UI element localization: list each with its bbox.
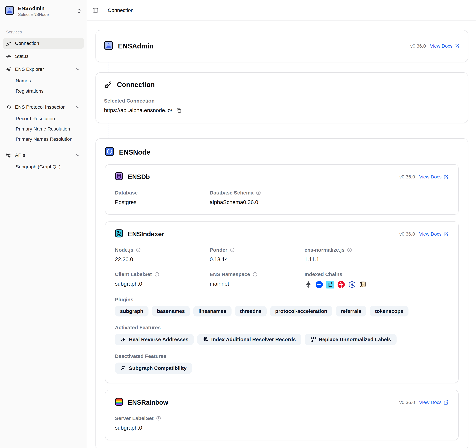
feature-pill-heal-reverse-addresses: Heal Reverse Addresses: [115, 334, 194, 345]
external-link-icon: [444, 400, 449, 405]
sidebar-item-ens-explorer[interactable]: ENS Explorer: [3, 64, 84, 75]
plugins-label: Plugins: [115, 297, 449, 303]
field-label: Client LabelSet: [115, 271, 210, 277]
info-icon[interactable]: [230, 247, 235, 253]
info-icon[interactable]: [253, 272, 258, 277]
copy-icon: [176, 108, 182, 113]
view-docs-link[interactable]: View Docs: [419, 400, 449, 405]
info-icon[interactable]: [154, 272, 159, 277]
connection-card-body: Selected Connection https://api.alpha.en…: [104, 98, 460, 114]
view-docs-label: View Docs: [430, 43, 453, 49]
plugin-pill: referrals: [336, 306, 366, 316]
sidebar: ENSAdmin Select ENSNode Services Connect…: [0, 0, 87, 448]
sidebar-item-registrations[interactable]: Registrations: [10, 86, 84, 96]
ensindexer-logo-icon: [115, 229, 123, 239]
deactivated-features-label: Deactivated Features: [115, 353, 449, 359]
sidebar-item-subgraph-graphql[interactable]: Subgraph (GraphQL): [10, 162, 84, 172]
ensnode-switcher[interactable]: ENSAdmin Select ENSNode: [3, 3, 84, 19]
card-title: ENSRainbow: [128, 399, 168, 406]
sidebar-item-record-resolution[interactable]: Record Resolution: [10, 114, 84, 124]
plugin-pill: basenames: [152, 306, 190, 316]
ensdb-card: ENSDb v0.36.0 View Docs Database P: [105, 164, 459, 215]
ensdb-fields: Database Postgres Database Schema alphaS…: [115, 190, 449, 205]
view-docs-link[interactable]: View Docs: [419, 231, 449, 237]
page: ENSAdmin Select ENSNode Services Connect…: [0, 0, 476, 448]
activity-icon: [6, 54, 11, 59]
plugin-pill: threedns: [235, 306, 267, 316]
sidebar-item-connection[interactable]: Connection: [3, 38, 84, 49]
ensrainbow-card-titlerow: ENSRainbow v0.36.0 View Docs: [115, 398, 449, 407]
field-label-text: Ponder: [210, 247, 227, 253]
ensnode-card: ENSNode: [96, 138, 468, 448]
feature-pill-label: Index Additional Resolver Records: [211, 337, 296, 342]
arbitrum-chain-icon: [348, 281, 356, 288]
chevrons-up-down-icon[interactable]: [76, 8, 82, 14]
base-chain-icon: [315, 281, 323, 288]
field-value: subgraph:0: [115, 425, 210, 431]
topbar: Connection: [87, 0, 476, 21]
field-label: Ponder: [210, 247, 305, 253]
content: ENSAdmin v0.36.0 View Docs Conne: [87, 21, 476, 448]
chevron-down-icon[interactable]: [75, 153, 80, 158]
sidebar-item-label: ENS Protocol Inspector: [15, 104, 65, 110]
ensindexer-fields-row2: Client LabelSet subgraph:0 ENS Namespace…: [115, 271, 449, 288]
connection-card-titlerow: Connection: [104, 80, 460, 89]
chevron-down-icon[interactable]: [75, 67, 80, 72]
ensadmin-card: ENSAdmin v0.36.0 View Docs: [96, 30, 468, 62]
deactivated-features-section: Deactivated Features Subgraph Compatibil…: [115, 353, 449, 374]
plugin-pill: lineanames: [193, 306, 231, 316]
field-database-schema: Database Schema alphaSchema0.36.0: [210, 190, 305, 205]
external-link-icon: [454, 44, 460, 49]
sidebar-item-primary-name-resolution[interactable]: Primary Name Resolution: [10, 124, 84, 134]
sidebar-item-apis[interactable]: APIs: [3, 150, 84, 161]
copy-url-button[interactable]: [176, 108, 182, 113]
field-value: 1.11.1: [305, 256, 449, 263]
field-label: Node.js: [115, 247, 210, 253]
selected-connection-label: Selected Connection: [104, 98, 460, 104]
replace-icon: [310, 337, 316, 342]
field-value: 0.13.14: [210, 256, 305, 263]
field-label-text: Node.js: [115, 247, 133, 253]
ensdb-logo-icon: [115, 172, 123, 182]
plugin-pill: tokenscope: [370, 306, 408, 316]
sidebar-item-status[interactable]: Status: [3, 51, 84, 62]
sidebar-item-primary-names-resolution[interactable]: Primary Names Resolution: [10, 134, 84, 144]
radio-tower-icon: [6, 153, 11, 158]
ensadmin-card-titlerow: ENSAdmin: [104, 41, 153, 51]
field-label-text: Server LabelSet: [115, 415, 154, 421]
chevron-down-icon[interactable]: [75, 104, 80, 110]
sidebar-item-label: APIs: [15, 153, 25, 158]
app-subtitle: Select ENSNode: [18, 12, 49, 17]
connection-card: Connection Selected Connection https://a…: [96, 72, 468, 123]
plugin-pill: subgraph: [115, 306, 148, 316]
sidebar-group-apis: APIs Subgraph (GraphQL): [3, 150, 84, 175]
ensrainbow-card-meta: v0.36.0 View Docs: [399, 400, 449, 405]
external-link-icon: [444, 174, 449, 179]
plugin-pill: protocol-acceleration: [270, 306, 332, 316]
sidebar-item-label: Connection: [15, 40, 39, 46]
field-server-labelset: Server LabelSet subgraph:0: [115, 415, 210, 431]
sidebar-sublist-explorer: Names Registrations: [10, 76, 84, 96]
view-docs-link[interactable]: View Docs: [430, 43, 460, 49]
card-title: ENSAdmin: [118, 42, 153, 50]
field-nodejs: Node.js 22.20.0: [115, 247, 210, 263]
selected-connection-value: https://api.alpha.ensnode.io/: [104, 107, 460, 114]
sidebar-item-names[interactable]: Names: [10, 76, 84, 86]
app-window: ENSAdmin Select ENSNode Services Connect…: [0, 0, 476, 448]
sidebar-toggle-button[interactable]: [92, 7, 99, 13]
sidebar-section-label: Services: [3, 30, 84, 34]
view-docs-label: View Docs: [419, 400, 442, 405]
ensrainbow-fields: Server LabelSet subgraph:0: [115, 415, 449, 431]
feature-pill-replace-unnormalized-labels: Replace Unnormalized Labels: [305, 334, 397, 345]
field-database: Database Postgres: [115, 190, 210, 205]
graph-icon: [120, 365, 126, 371]
sidebar-item-ens-protocol-inspector[interactable]: ENS Protocol Inspector: [3, 102, 84, 113]
info-icon[interactable]: [347, 247, 352, 253]
info-icon[interactable]: [136, 247, 141, 253]
info-icon[interactable]: [256, 190, 261, 195]
field-label: Database: [115, 190, 210, 196]
view-docs-link[interactable]: View Docs: [419, 174, 449, 180]
info-icon[interactable]: [156, 416, 161, 421]
ensdb-card-titlerow: ENSDb v0.36.0 View Docs: [115, 172, 449, 182]
sidebar-group-explorer: ENS Explorer Names Registrations: [3, 64, 84, 100]
